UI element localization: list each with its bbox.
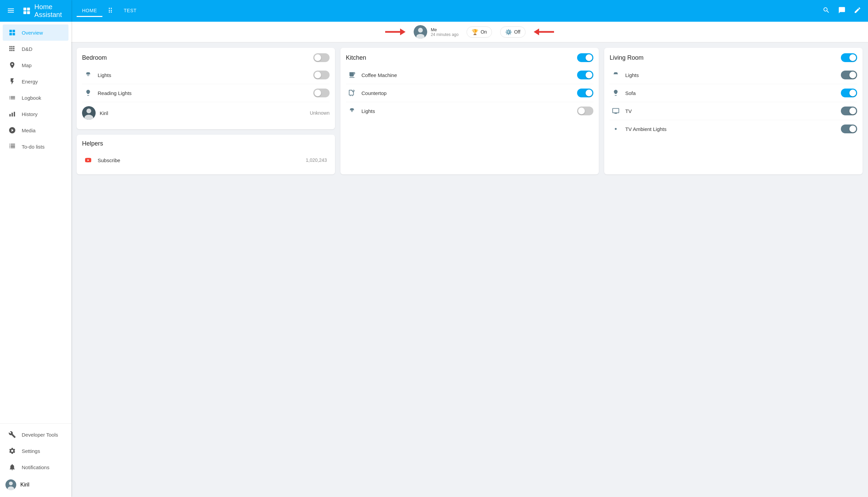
menu-button[interactable] [5,5,16,17]
logbook-icon [8,94,16,102]
sidebar-item-label: Developer Tools [22,432,58,438]
sidebar-item-map[interactable]: Map [3,57,69,73]
bedroom-reading-toggle[interactable] [313,88,329,97]
notification-time: 24 minutes ago [431,32,458,37]
sidebar-item-dnd[interactable]: D&D [3,41,69,57]
subscribe-row: Subscribe 1,020,243 [82,151,329,169]
kitchen-toggle[interactable] [577,53,593,62]
sofa-toggle[interactable] [841,88,857,97]
sidebar-item-notifications[interactable]: Notifications [3,459,69,475]
sofa-icon [609,87,622,99]
svg-rect-0 [24,8,27,11]
sidebar-user[interactable]: Kiril [0,475,71,494]
living-room-toggle[interactable] [841,53,857,62]
lr-lights-label: Lights [625,72,841,78]
svg-rect-22 [351,110,353,111]
sidebar-item-label: Map [22,62,31,68]
ambient-icon [609,123,622,135]
bedroom-lights-toggle[interactable] [313,71,329,80]
bedroom-reading-row: Reading Lights [82,84,329,102]
on-label: On [481,29,487,34]
off-label: Off [514,29,520,34]
svg-rect-23 [351,111,353,112]
living-room-card: Living Room Lights [604,48,863,174]
arrow-left-icon [534,27,554,37]
sidebar-item-label: Notifications [22,465,49,470]
app-title: Home Assistant [34,3,66,19]
topbar-nav: HOME ⠿ TEST [77,4,819,18]
bedroom-lights-row: Lights [82,66,329,84]
search-button[interactable] [821,5,832,17]
kitchen-lights-toggle[interactable] [577,106,593,115]
tv-row: TV [609,102,857,120]
tv-ambient-row: TV Ambient Lights [609,120,857,138]
apps-icon[interactable]: ⠿ [105,4,116,18]
coffee-machine-row: Coffee Machine [346,66,593,84]
sidebar-item-history[interactable]: History [3,106,69,122]
kiril-avatar [82,106,95,120]
bedroom-toggle[interactable] [313,53,329,62]
sidebar-item-overview[interactable]: Overview [3,25,69,41]
svg-marker-16 [534,28,539,35]
sidebar-item-label: Settings [22,448,40,454]
kitchen-card: Kitchen Coffee Machine [340,48,599,174]
sidebar-item-devtools[interactable]: Developer Tools [3,426,69,443]
svg-rect-1 [27,8,30,11]
ha-logo [23,5,30,16]
svg-rect-5 [12,113,13,116]
notification-avatar [414,25,427,39]
bedroom-card: Bedroom [77,48,335,129]
svg-point-25 [615,128,617,130]
off-badge[interactable]: ⚙️ Off [500,27,525,38]
svg-rect-3 [27,11,30,14]
tab-home[interactable]: HOME [77,5,102,17]
hub-icon: ⚙️ [505,29,512,35]
energy-icon [8,77,16,85]
chat-button[interactable] [837,5,847,17]
svg-point-19 [87,109,91,113]
arrow-right-icon [385,27,406,37]
content-area: Me 24 minutes ago 🏆 On ⚙️ Off [71,22,868,497]
svg-point-13 [418,28,423,32]
reading-lights-icon [82,87,94,99]
kitchen-lights-row: Lights [346,102,593,120]
sidebar-nav: Overview D&D Map Energy [0,22,71,423]
coffee-toggle[interactable] [577,71,593,80]
sidebar-item-todo[interactable]: To-do lists [3,138,69,155]
notification-text: Me 24 minutes ago [431,27,458,37]
notification-bar: Me 24 minutes ago 🏆 On ⚙️ Off [71,22,868,42]
bedroom-card-header: Bedroom [82,53,329,62]
svg-point-8 [9,481,13,485]
svg-marker-11 [400,28,406,35]
todo-icon [8,142,16,151]
sidebar-item-settings[interactable]: Settings [3,443,69,459]
cards-area: Bedroom [71,42,868,180]
dnd-icon [8,45,16,53]
tv-toggle[interactable] [841,106,857,115]
bell-icon [8,463,16,471]
lr-lights-toggle[interactable] [841,71,857,80]
coffee-label: Coffee Machine [362,72,577,78]
settings-icon [8,447,16,455]
tv-ambient-toggle[interactable] [841,125,857,133]
countertop-toggle[interactable] [577,88,593,97]
notification-user-name: Me [431,27,458,32]
sidebar-item-logbook[interactable]: Logbook [3,89,69,106]
sidebar-item-label: Overview [22,30,43,36]
sidebar-item-energy[interactable]: Energy [3,73,69,89]
tv-label: TV [625,108,841,114]
tv-icon [609,105,622,117]
kitchen-card-header: Kitchen [346,53,593,62]
tab-test[interactable]: TEST [118,5,142,17]
sidebar-item-media[interactable]: Media [3,122,69,138]
user-avatar [5,479,16,490]
edit-button[interactable] [852,5,863,17]
sofa-row: Sofa [609,84,857,102]
svg-rect-2 [24,11,27,14]
on-badge[interactable]: 🏆 On [467,27,492,38]
tv-ambient-label: TV Ambient Lights [625,126,841,132]
helpers-card-header: Helpers [82,140,329,147]
lights-icon [82,69,94,81]
sidebar-item-label: To-do lists [22,144,45,150]
bedroom-lights-label: Lights [98,72,313,78]
